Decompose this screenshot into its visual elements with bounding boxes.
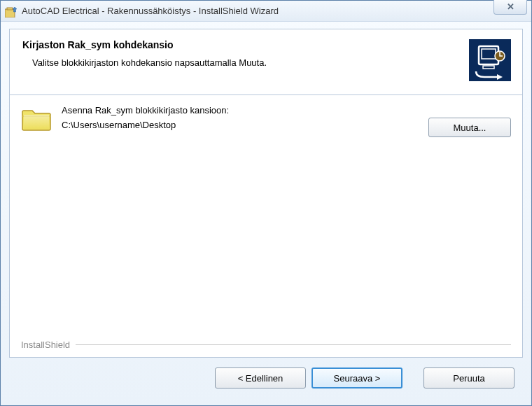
install-label: Asenna Rak_sym blokkikirjasto kansioon: [62, 105, 421, 115]
divider [76, 344, 511, 346]
page-title: Kirjaston Rak_sym kohdekansio [22, 39, 469, 50]
svg-rect-0 [5, 9, 15, 18]
back-button[interactable]: < Edellinen [215, 368, 306, 388]
next-button[interactable]: Seuraava > [312, 368, 402, 388]
brand-row: InstallShield [21, 340, 511, 350]
page-subtitle: Valitse blokkikirjaston kohdekansio naps… [22, 57, 469, 68]
content-area: Kirjaston Rak_sym kohdekansio Valitse bl… [1, 22, 531, 405]
cancel-button[interactable]: Peruuta [424, 368, 514, 388]
header-text-block: Kirjaston Rak_sym kohdekansio Valitse bl… [22, 39, 469, 68]
installer-window: AutoCAD Electrical - Rakennussähköistys … [0, 0, 532, 406]
svg-rect-1 [7, 8, 13, 10]
body-panel: Asenna Rak_sym blokkikirjasto kansioon: … [9, 95, 523, 358]
window-title: AutoCAD Electrical - Rakennussähköistys … [22, 6, 279, 16]
titlebar: AutoCAD Electrical - Rakennussähköistys … [1, 1, 531, 22]
brand-label: InstallShield [21, 340, 76, 350]
change-button[interactable]: Muuta... [428, 118, 511, 137]
installer-logo [469, 39, 511, 81]
folder-icon [21, 105, 56, 134]
installer-icon [5, 5, 18, 18]
footer-buttons: < Edellinen Seuraava > Peruuta [9, 358, 523, 397]
install-path: C:\Users\username\Desktop [62, 120, 421, 130]
close-button[interactable]: ✕ [493, 0, 527, 15]
header-panel: Kirjaston Rak_sym kohdekansio Valitse bl… [9, 29, 523, 95]
destination-text: Asenna Rak_sym blokkikirjasto kansioon: … [56, 105, 421, 130]
close-icon: ✕ [507, 1, 514, 12]
destination-row: Asenna Rak_sym blokkikirjasto kansioon: … [21, 105, 511, 137]
